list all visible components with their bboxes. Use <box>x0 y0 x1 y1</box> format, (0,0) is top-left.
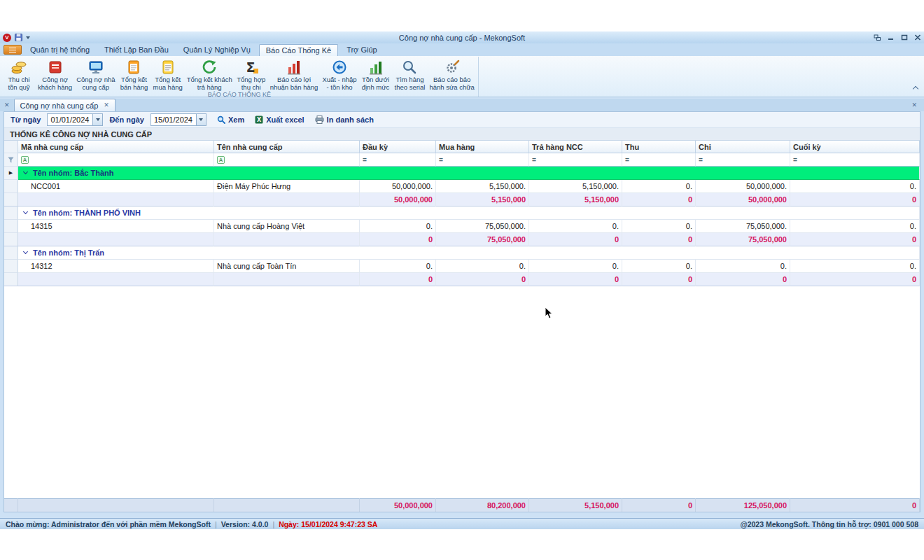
ribbon-item-tong-ket-khach-tra-hang[interactable]: Tổng kết kháchtrả hàng <box>185 57 234 91</box>
row-indicator: ▶ <box>4 167 18 180</box>
coins-icon <box>10 57 27 76</box>
collapse-chevron-icon[interactable] <box>23 249 28 254</box>
column-header-tra-hang-ncc[interactable]: Trả hàng NCC <box>529 141 622 153</box>
column-header-ten-nha-cung-cap[interactable]: Tên nhà cung cấp <box>214 141 360 153</box>
ribbon-item-tong-hop-thu-chi[interactable]: Σ Tổng hợpthu chi <box>234 57 268 91</box>
window-title: Công nợ nhà cung cấp - MekongSoft <box>0 34 924 42</box>
group-row-thi-tran[interactable]: Tên nhóm: Thị Trấn <box>4 246 920 260</box>
ribbon-item-xuat-nhap-ton-kho[interactable]: Xuất - nhập- tồn kho <box>320 57 358 91</box>
status-bar: Chào mừng: Administrator đến với phần mề… <box>0 518 924 529</box>
tab-quan-tri-he-thong[interactable]: Quản trị hệ thống <box>24 44 96 56</box>
ribbon-item-bao-cao-loi-nhuan[interactable]: Báo cáo lợinhuận bán hàng <box>268 57 321 91</box>
print-list-button[interactable]: In danh sách <box>315 115 374 124</box>
menu-lines-icon <box>9 48 16 52</box>
filter-cell-ten[interactable]: A <box>214 153 360 167</box>
column-header-ma-nha-cung-cap[interactable]: Mã nhà cung cấp <box>18 141 214 153</box>
ribbon-item-bao-cao-bao-hanh[interactable]: Báo cáo bảohành sửa chữa <box>427 57 476 91</box>
header-indicator-cell <box>4 141 18 153</box>
equals-filter-icon: = <box>793 156 797 164</box>
svg-text:A: A <box>219 157 223 163</box>
column-header-mua-hang[interactable]: Mua hàng <box>436 141 529 153</box>
group-row-bac-thanh[interactable]: ▶ Tên nhóm: Bắc Thành <box>4 167 920 180</box>
status-date-text: Ngày: 15/01/2024 9:47:23 SA <box>279 520 377 528</box>
close-icon[interactable] <box>914 34 921 41</box>
supplier-name: Điện Máy Phúc Hưng <box>214 180 360 193</box>
svg-text:A: A <box>23 157 27 163</box>
filter-cell-cuoi-ky[interactable]: = <box>790 153 920 167</box>
ribbon-item-tong-ket-ban-hang[interactable]: Tổng kếtbán hàng <box>117 57 150 91</box>
profit-chart-icon <box>286 57 302 76</box>
customer-debt-icon <box>47 57 64 76</box>
collapse-chevron-icon[interactable] <box>23 209 28 214</box>
application-menu-button[interactable] <box>4 45 22 55</box>
export-excel-button[interactable]: X Xuất excel <box>255 115 304 124</box>
supplier-code: 14312 <box>18 260 214 273</box>
sales-summary-icon <box>125 57 142 76</box>
text-filter-icon: A <box>217 156 225 164</box>
search-icon <box>217 115 225 124</box>
group-row-thanh-pho-vinh[interactable]: Tên nhóm: THÀNH PHỐ VINH <box>4 206 920 220</box>
purchase-summary-icon <box>160 57 176 76</box>
equals-filter-icon: = <box>699 156 703 164</box>
report-panel: Từ ngày 01/01/2024 Đến ngày 15/01/2024 X… <box>4 111 920 512</box>
version-text: Version: 4.0.0 <box>221 520 269 528</box>
ribbon-item-ton-duoi-dinh-muc[interactable]: Tồn dướiđịnh mức <box>359 57 393 91</box>
ribbon-item-thu-chi-ton-quy[interactable]: Thu chitồn quỹ <box>2 57 36 91</box>
ribbon-item-tong-ket-mua-hang[interactable]: Tổng kếtmua hàng <box>150 57 184 91</box>
section-title: THỐNG KÊ CÔNG NỢ NHÀ CUNG CẤP <box>4 128 920 141</box>
quick-access-dropdown-icon[interactable] <box>26 36 30 39</box>
filter-cell-ma[interactable]: A <box>18 153 214 167</box>
ribbon-group-bao-cao: Thu chitồn quỹ Công nợkhách hàng Công nợ… <box>2 57 479 97</box>
ribbon-item-cong-no-nha-cung-cap[interactable]: Công nợ nhàcung cấp <box>74 57 117 91</box>
data-row-14312[interactable]: 14312 Nhà cung cấp Toàn Tín 0. 0. 0. 0. … <box>4 260 920 273</box>
sigma-icon: Σ <box>243 57 260 76</box>
collapse-chevron-icon[interactable] <box>23 169 28 174</box>
to-date-label: Đến ngày <box>109 115 144 124</box>
filter-cell-chi[interactable]: = <box>696 153 790 167</box>
to-date-dropdown-button[interactable] <box>196 114 206 125</box>
excel-icon: X <box>255 115 263 124</box>
supplier-code: 14315 <box>18 220 214 233</box>
collapse-ribbon-icon[interactable] <box>913 81 918 94</box>
customize-window-icon[interactable] <box>874 34 881 41</box>
tab-thiet-lap-ban-dau[interactable]: Thiết Lập Ban Đầu <box>98 44 175 56</box>
column-header-thu[interactable]: Thu <box>622 141 696 153</box>
screenshot-stage: V Công nợ nhà cung cấp - MekongSoft <box>0 0 924 560</box>
filter-cell-dau-ky[interactable]: = <box>360 153 436 167</box>
column-header-dau-ky[interactable]: Đầu kỳ <box>360 141 436 153</box>
minimize-icon[interactable] <box>888 34 895 41</box>
ribbon-tab-bar: Quản trị hệ thống Thiết Lập Ban Đầu Quản… <box>0 43 924 56</box>
close-tab-icon[interactable]: ✕ <box>104 102 109 108</box>
supplier-debt-icon <box>88 57 104 76</box>
ribbon-item-cong-no-khach-hang[interactable]: Công nợkhách hàng <box>36 57 74 91</box>
tab-bao-cao-thong-ke[interactable]: Báo Cáo Thống Kê <box>259 44 338 56</box>
app-logo-icon[interactable]: V <box>3 34 11 42</box>
filter-cell-tra-hang-ncc[interactable]: = <box>529 153 622 167</box>
data-row-ncc001[interactable]: NCC001 Điện Máy Phúc Hưng 50,000,000. 5,… <box>4 180 920 193</box>
supplier-name: Nhà cung cấp Toàn Tín <box>214 260 360 273</box>
filter-cell-thu[interactable]: = <box>622 153 696 167</box>
to-date-input[interactable]: 15/01/2024 <box>150 113 206 126</box>
from-date-dropdown-button[interactable] <box>92 114 102 125</box>
save-icon[interactable] <box>15 34 22 41</box>
ribbon: Thu chitồn quỹ Công nợkhách hàng Công nợ… <box>0 56 924 97</box>
serial-search-icon <box>401 57 418 76</box>
filter-funnel-icon[interactable] <box>4 153 18 167</box>
column-header-cuoi-ky[interactable]: Cuối kỳ <box>790 141 920 153</box>
column-header-chi[interactable]: Chi <box>696 141 790 153</box>
printer-icon <box>315 115 324 124</box>
tab-quan-ly-nghiep-vu[interactable]: Quản Lý Nghiệp Vụ <box>177 44 257 56</box>
maximize-icon[interactable] <box>901 34 908 41</box>
tab-tro-giup[interactable]: Trợ Giúp <box>340 44 383 56</box>
ribbon-item-tim-hang-theo-serial[interactable]: Tìm hàngtheo serial <box>393 57 428 91</box>
close-tab-right-icon[interactable]: ✕ <box>911 102 917 108</box>
svg-text:Σ: Σ <box>246 59 255 75</box>
data-row-14315[interactable]: 14315 Nhà cung cấp Hoàng Việt 0. 75,050,… <box>4 220 920 233</box>
filter-cell-mua-hang[interactable]: = <box>436 153 529 167</box>
report-toolbar: Từ ngày 01/01/2024 Đến ngày 15/01/2024 X… <box>4 112 920 128</box>
supplier-code: NCC001 <box>18 180 214 193</box>
from-date-input[interactable]: 01/01/2024 <box>47 113 103 126</box>
view-button[interactable]: Xem <box>217 115 244 124</box>
document-tab-cong-no-ncc[interactable]: Công nợ nhà cung cấp ✕ <box>14 99 115 111</box>
close-document-icon[interactable]: ✕ <box>4 102 10 108</box>
